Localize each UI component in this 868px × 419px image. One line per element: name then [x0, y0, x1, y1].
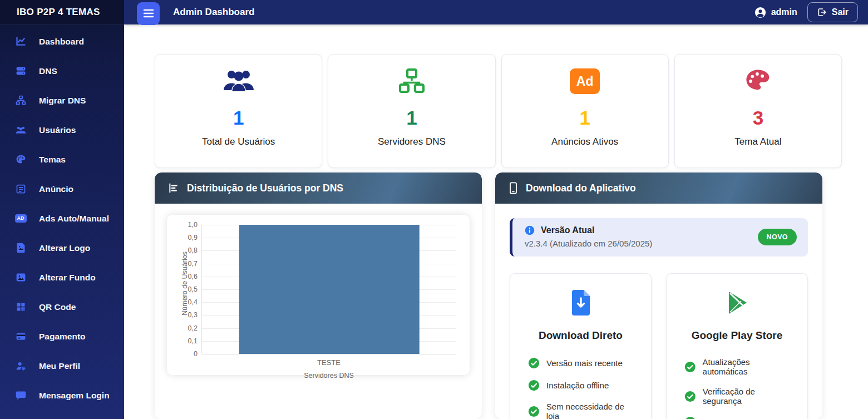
username: admin [771, 7, 797, 17]
topbar: Admin Dashboard admin Sair [124, 0, 868, 24]
chart-y-axis-label: Número de Usuários [172, 225, 184, 354]
main-content: 1 Total de Usuários 1 Servidores DNS Ad … [124, 24, 868, 419]
image-icon [14, 272, 27, 284]
check-circle-icon [684, 391, 696, 402]
check-circle-icon [684, 416, 696, 419]
chart-x-axis-label: Servidores DNS [172, 372, 456, 379]
logout-button[interactable]: Sair [807, 2, 858, 22]
download-direct-card[interactable]: Download Direto Versão mais recente Inst… [510, 273, 652, 419]
sitemap-icon [14, 95, 27, 107]
sidebar-item-qr-code[interactable]: QR Code [0, 292, 124, 322]
ad-badge-icon: AD [14, 213, 27, 225]
stat-card-anuncios-ativos: Ad 1 Anúncios Ativos [501, 54, 669, 168]
sidebar-item-ads-auto-manual[interactable]: AD Ads Auto/Manual [0, 204, 124, 233]
stat-label: Tema Atual [675, 136, 841, 147]
chart-plot-area [201, 225, 456, 354]
user-gear-icon [14, 360, 27, 372]
sidebar-item-usuarios[interactable]: Usuários [0, 115, 124, 145]
sidebar-item-meu-perfil[interactable]: Meu Perfil [0, 351, 124, 381]
sidebar-menu: Dashboard DNS Migrar DNS Usuários Temas [0, 24, 124, 419]
server-icon [14, 65, 27, 77]
ad-icon: Ad [502, 66, 668, 97]
sidebar-item-label: Mensagem Login [39, 391, 110, 401]
bar-chart-icon [168, 183, 179, 194]
sidebar: IBO P2P 4 TEMAS Dashboard DNS Migrar DNS… [0, 0, 124, 419]
file-download-icon [522, 288, 639, 317]
feature-item: Sem necessidade de loja [528, 402, 639, 419]
comment-icon [14, 390, 27, 402]
stat-value: 1 [155, 108, 322, 127]
stat-label: Servidores DNS [328, 136, 495, 147]
download-panel-title: Download do Aplicativo [526, 183, 636, 194]
info-icon [525, 225, 535, 235]
users-icon [14, 124, 27, 136]
sidebar-item-label: Temas [39, 155, 66, 165]
sidebar-item-label: Alterar Fundo [39, 273, 96, 283]
sidebar-item-migrar-dns[interactable]: Migrar DNS [0, 86, 124, 115]
sidebar-item-label: Anúncio [39, 184, 73, 194]
check-circle-icon [528, 357, 540, 369]
stat-label: Total de Usuários [155, 136, 322, 147]
download-option-title: Google Play Store [679, 329, 795, 342]
feature-item: Atualizações automáticas [684, 357, 795, 376]
sidebar-item-anuncio[interactable]: Anúncio [0, 174, 124, 204]
sidebar-item-temas[interactable]: Temas [0, 145, 124, 174]
sidebar-item-dns[interactable]: DNS [0, 56, 124, 86]
file-image-icon [14, 242, 27, 254]
chart-panel-header: Distribuição de Usuários por DNS [155, 172, 482, 204]
download-panel: Download do Aplicativo Versão Atual v2.3… [495, 172, 822, 419]
sidebar-item-label: Dashboard [39, 37, 84, 47]
feature-item: Versão mais recente [528, 357, 639, 369]
version-heading: Versão Atual [541, 225, 594, 235]
download-option-title: Download Direto [522, 329, 639, 342]
logout-label: Sair [832, 7, 849, 17]
check-circle-icon [684, 361, 696, 373]
users-icon [155, 66, 322, 97]
person-circle-icon [754, 7, 766, 18]
stat-value: 1 [328, 108, 495, 127]
google-play-icon [679, 288, 795, 317]
sidebar-item-pagamento[interactable]: Pagamento [0, 322, 124, 351]
sitemap-icon [328, 66, 495, 97]
sidebar-item-alterar-logo[interactable]: Alterar Logo [0, 233, 124, 263]
check-circle-icon [528, 379, 540, 391]
feature-item: Verificação de segurança [684, 387, 795, 406]
user-menu[interactable]: admin [754, 7, 797, 18]
brand-title: IBO P2P 4 TEMAS [0, 0, 124, 24]
sidebar-item-alterar-fundo[interactable]: Alterar Fundo [0, 263, 124, 292]
chart-bar [239, 225, 419, 354]
version-detail: v2.3.4 (Atualizado em 26/05/2025) [525, 239, 758, 248]
sidebar-item-label: DNS [39, 66, 57, 76]
phone-icon [509, 182, 518, 194]
stat-value: 3 [675, 108, 841, 127]
sidebar-item-label: Migrar DNS [39, 96, 86, 106]
google-play-card[interactable]: Google Play Store Atualizações automátic… [666, 273, 808, 419]
chart-line-icon [14, 36, 27, 48]
newspaper-icon [14, 183, 27, 195]
hamburger-icon [143, 9, 154, 18]
stat-card-total-usuarios: 1 Total de Usuários [155, 54, 322, 168]
chart-x-tick: TESTE [172, 358, 456, 367]
stat-value: 1 [502, 108, 668, 127]
download-panel-header: Download do Aplicativo [495, 172, 822, 204]
sidebar-item-label: Pagamento [39, 332, 86, 342]
sidebar-toggle-button[interactable] [137, 2, 160, 25]
stat-card-servidores-dns: 1 Servidores DNS [328, 54, 495, 168]
logout-icon [817, 7, 827, 17]
sidebar-item-mensagem-login[interactable]: Mensagem Login [0, 381, 124, 410]
sidebar-item-partial[interactable] [0, 410, 124, 419]
novo-badge: NOVO [758, 229, 797, 245]
stats-row: 1 Total de Usuários 1 Servidores DNS Ad … [155, 54, 842, 168]
sidebar-item-dashboard[interactable]: Dashboard [0, 27, 124, 56]
qrcode-icon [14, 301, 27, 313]
feature-item: Fácil instalação [684, 416, 795, 419]
palette-icon [675, 66, 841, 97]
version-alert: Versão Atual v2.3.4 (Atualizado em 26/05… [510, 218, 808, 257]
chart-panel-title: Distribuição de Usuários por DNS [187, 183, 343, 194]
sidebar-item-label: Usuários [39, 125, 76, 135]
palette-icon [14, 154, 27, 166]
sidebar-item-label: Ads Auto/Manual [39, 214, 109, 224]
panels-row: Distribuição de Usuários por DNS Número … [155, 172, 842, 419]
page-title: Admin Dashboard [173, 7, 254, 18]
sidebar-item-label: Alterar Logo [39, 243, 90, 253]
